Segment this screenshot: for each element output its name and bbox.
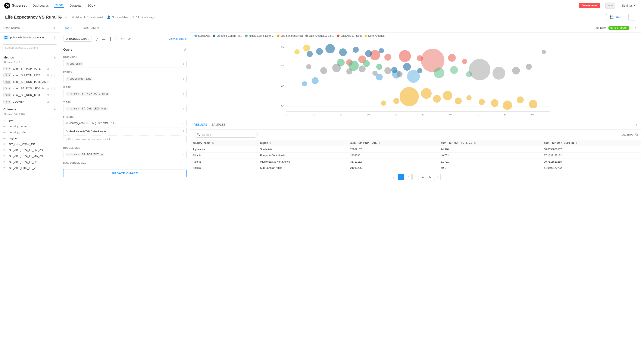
remove-filter-1[interactable]: ✕ <box>66 122 68 125</box>
svg-text:70: 70 <box>281 65 284 68</box>
bar-chart-icon[interactable]: ▬ <box>101 36 106 41</box>
copy-button[interactable]: ⧉ <box>635 133 637 136</box>
collapse-query-button[interactable]: ∧ <box>184 47 186 52</box>
collapse-sidebar-button[interactable]: ⇤ <box>53 26 56 30</box>
column-item[interactable]: # SE_ADT_1524_LT_MA_ZS ⋮⋮ <box>0 153 60 159</box>
filter-1-expand[interactable]: › <box>183 122 184 125</box>
entity-expand-icon[interactable]: › <box>183 77 184 80</box>
sort-rur-icon[interactable]: ⇅ <box>474 142 476 144</box>
drag-handle-col-2[interactable]: ⋮⋮ <box>50 124 56 128</box>
column-item[interactable]: # SE_ADT_1524_LT_ZS ⋮⋮ <box>0 159 60 165</box>
yaxis-tag[interactable]: ✕ f(x) sum__SP_DYN_LE00_IN ⊞ <box>66 107 108 110</box>
view-all-charts-link[interactable]: View all charts <box>169 37 186 40</box>
remove-xaxis[interactable]: ✕ <box>67 92 69 95</box>
xaxis-expand-icon[interactable]: › <box>183 92 184 95</box>
search-metrics-input[interactable] <box>3 44 57 51</box>
remove-filter-2[interactable]: ✕ <box>66 129 68 132</box>
bubble-size-expand[interactable]: › <box>183 153 184 156</box>
sort-le-icon[interactable]: ⇅ <box>576 142 577 144</box>
page-3-button[interactable]: 3 <box>412 174 419 180</box>
collapse-columns-button[interactable]: ∧ <box>54 107 56 111</box>
xaxis-tag[interactable]: ✕ f(x) sum__SP_RUR_TOTL_ZS ⊞ <box>66 92 109 96</box>
metric-item[interactable]: f(x) sum__SP_DYN_LE00_IN ⊞ ⋮⋮ <box>0 85 60 92</box>
collapse-right-button[interactable]: ∧ <box>633 25 637 31</box>
svg-point-64 <box>376 64 382 70</box>
drag-handle-6[interactable]: ⋮⋮ <box>50 100 56 104</box>
bar-chart-2-icon[interactable]: ▐ <box>108 36 112 41</box>
nav-sql[interactable]: SQL ▾ <box>86 4 96 7</box>
drag-handle-5[interactable]: ⋮⋮ <box>50 94 56 97</box>
th-sum-le: sum__SP_DYN_LE00_IN ⇅ <box>541 140 641 146</box>
remove-dimension[interactable]: ✕ <box>67 62 69 65</box>
metric-item[interactable]: f(x) sum__SP_RUR_TOTL_ZS ⊞ ⋮⋮ <box>0 78 60 85</box>
star-button[interactable]: ☆ <box>64 15 68 20</box>
dimension-tag[interactable]: ✕ abc region <box>66 62 83 66</box>
bubble-size-tag[interactable]: ✕ f(x) sum__SP_POP_TOTL ⊞ <box>66 152 104 156</box>
metric-item[interactable]: f(x) COUNT(*) ⊡ ⋮⋮ <box>0 98 60 105</box>
nav-datasets[interactable]: Datasets <box>69 4 82 7</box>
more-button[interactable]: ··· <box>628 14 636 20</box>
column-item[interactable]: abc country_code ⋮⋮ <box>0 129 60 135</box>
column-item[interactable]: ○ year ⋮⋮ <box>0 117 60 123</box>
page-4-button[interactable]: 4 <box>420 174 426 180</box>
drag-handle-col-1[interactable]: ⋮⋮ <box>50 118 56 122</box>
page-1-button[interactable]: 1 <box>398 174 404 180</box>
nav-add-button[interactable]: ＋ ▾ <box>605 2 615 8</box>
results-tab[interactable]: RESULTS <box>193 120 207 129</box>
drag-handle-col-6[interactable]: ⋮⋮ <box>50 148 56 152</box>
dimension-expand-icon[interactable]: › <box>183 62 184 66</box>
remove-entity[interactable]: ✕ <box>67 77 69 80</box>
drag-handle-1[interactable]: ⋮⋮ <box>50 67 56 70</box>
drag-handle-col-9[interactable]: ⋮⋮ <box>50 166 56 170</box>
page-next-button[interactable]: » <box>434 174 441 180</box>
samples-tab[interactable]: SAMPLES <box>211 120 226 129</box>
metric-item[interactable]: f(x) sum__SH_DYN_AIDS ⊞ ⋮⋮ <box>0 72 60 78</box>
column-item[interactable]: # SE_ADT_1524_LT_FM_ZS ⋮⋮ <box>0 147 60 153</box>
logo[interactable]: Superset <box>4 2 27 8</box>
env-badge[interactable]: Development <box>579 3 600 8</box>
nav-dashboards[interactable]: Dashboards <box>32 4 50 7</box>
chart-type-badge[interactable]: ⊕ BUBBLE CHA... <box>63 36 91 42</box>
remove-yaxis[interactable]: ✕ <box>67 107 69 110</box>
more-charts-icon[interactable]: ⟳ <box>127 36 132 41</box>
filter-2-expand[interactable]: › <box>183 129 184 132</box>
drag-handle-col-4[interactable]: ⋮⋮ <box>50 136 56 140</box>
column-item[interactable]: # NY_GNP_PCAP_CD ⋮⋮ <box>0 141 60 147</box>
tab-data[interactable]: DATA <box>60 23 78 33</box>
line-chart-icon[interactable]: ╱ <box>95 36 100 41</box>
drag-handle-3[interactable]: ⋮⋮ <box>50 80 56 84</box>
page-prev-button[interactable]: « <box>391 174 397 180</box>
4k-icon[interactable]: 4k <box>120 36 126 41</box>
filters-drop-zone[interactable]: + Drop columns/metrics here or click <box>63 135 186 143</box>
expand-results-button[interactable]: ∧ <box>635 123 637 127</box>
column-item[interactable]: abc country_name ⋮⋮ <box>0 123 60 129</box>
source-menu-icon[interactable]: ⋮ <box>53 36 56 39</box>
table-chart-icon[interactable]: ⊞ <box>114 36 119 41</box>
remove-bubble-size[interactable]: ✕ <box>67 153 69 156</box>
entity-tag[interactable]: ✕ abc country_name <box>66 77 92 81</box>
metric-item[interactable]: f(x) sum__SP_POP_TOTL ⊞ ⋮⋮ <box>0 65 60 72</box>
results-search-box[interactable]: 🔍 Search <box>193 132 258 138</box>
drag-handle-2[interactable]: ⋮⋮ <box>50 74 56 77</box>
settings-button[interactable]: Settings ▾ <box>620 3 637 8</box>
yaxis-expand-icon[interactable]: › <box>183 107 184 110</box>
collapse-metrics-button[interactable]: ∧ <box>54 55 56 59</box>
update-chart-button[interactable]: UPDATE CHART <box>63 169 186 177</box>
column-item[interactable]: # SE_ADT_LITR_FE_ZS ⋮⋮ <box>0 165 60 171</box>
drag-handle-4[interactable]: ⋮⋮ <box>50 87 56 90</box>
sort-country-icon[interactable]: ⇅ <box>212 142 214 144</box>
page-5-button[interactable]: 5 <box>427 174 433 180</box>
drag-handle-col-7[interactable]: ⋮⋮ <box>50 154 56 158</box>
save-button[interactable]: 💾 SAVE <box>606 14 626 20</box>
sort-region-icon[interactable]: ⇅ <box>270 142 271 144</box>
page-2-button[interactable]: 2 <box>405 174 411 180</box>
tab-customize[interactable]: CUSTOMIZE <box>78 23 105 33</box>
svg-point-49 <box>302 81 307 86</box>
drag-handle-col-5[interactable]: ⋮⋮ <box>50 142 56 146</box>
column-item[interactable]: abc region ⋮⋮ <box>0 135 60 141</box>
drag-handle-col-3[interactable]: ⋮⋮ <box>50 130 56 134</box>
nav-charts[interactable]: Charts <box>54 4 64 8</box>
metric-item[interactable]: f(x) sum__SP_RUR_TOTL ⊞ ⋮⋮ <box>0 92 60 98</box>
sort-pop-icon[interactable]: ⇅ <box>379 142 380 144</box>
drag-handle-col-8[interactable]: ⋮⋮ <box>50 160 56 164</box>
